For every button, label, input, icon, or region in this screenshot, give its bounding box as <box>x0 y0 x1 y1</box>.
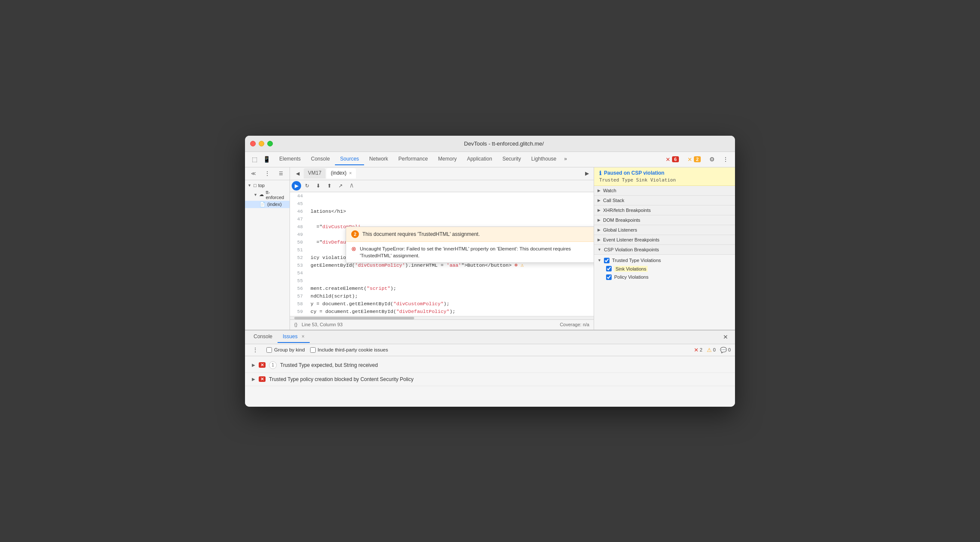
issue-item-0[interactable]: ▶ ✕ 1 Trusted Type expected, but String … <box>245 358 735 373</box>
play-frame-icon[interactable]: ▶ <box>582 168 592 179</box>
line-num-52: 52 <box>290 254 307 262</box>
code-line-54 <box>307 269 594 277</box>
step-btn[interactable]: ↗ <box>335 181 346 191</box>
warning-icon: ✕ <box>687 156 692 163</box>
collapse-panel-icon[interactable]: ≪ <box>248 167 260 179</box>
third-party-label[interactable]: Include third-party cookie issues <box>310 347 388 353</box>
editor-toolbar: ▶ ↻ ⬇ ⬆ ↗ /\ <box>290 180 594 192</box>
paused-title: ℹ Paused on CSP violation <box>599 170 730 176</box>
section-global[interactable]: ▶ Global Listeners <box>594 225 735 235</box>
sink-checkbox[interactable] <box>606 266 612 271</box>
tab-console[interactable]: Console <box>306 153 335 165</box>
traffic-lights <box>250 141 273 146</box>
tab-performance[interactable]: Performance <box>393 153 433 165</box>
code-row-44: 44 <box>290 192 594 200</box>
close-tab-icon[interactable]: × <box>349 170 352 176</box>
warnings-button[interactable]: ✕ 2 <box>684 155 704 164</box>
code-row-54: 54 <box>290 269 594 277</box>
device-icon[interactable]: 📱 <box>260 153 272 165</box>
section-callstack[interactable]: ▶ Call Stack <box>594 196 735 205</box>
section-global-label: Global Listeners <box>603 227 637 232</box>
close-issues-tab-icon[interactable]: × <box>302 334 305 339</box>
expand-icon-1: ▶ <box>252 377 255 381</box>
back-panel-icon[interactable]: ◀ <box>292 167 304 179</box>
editor-footer: {} Line 53, Column 93 Coverage: n/a <box>290 319 594 330</box>
code-editor-panel: ◀ VM17 (index) × ▶ ▶ ↻ ⬇ ⬆ ↗ /\ <box>290 167 594 330</box>
tab-network[interactable]: Network <box>364 153 393 165</box>
file-tree-panel: ≪ ⋮ ☰ ▼ □ top ▼ ☁ tt-enforced 📄 (index) <box>245 167 290 330</box>
line-num-48: 48 <box>290 223 307 231</box>
format-button[interactable]: {} <box>294 322 297 327</box>
more-options-icon[interactable]: ⋮ <box>720 153 732 165</box>
horizontal-scrollbar[interactable] <box>290 316 594 319</box>
code-content[interactable]: 44 45 46 lations</h1> 47 <box>290 192 594 316</box>
bottom-tab-console[interactable]: Console <box>248 331 278 343</box>
step-out-btn[interactable]: ⬆ <box>324 181 335 191</box>
close-bottom-panel-icon[interactable]: ✕ <box>720 331 732 343</box>
errors-icon: ✕ <box>694 347 699 353</box>
tree-item-top[interactable]: ▼ □ top <box>245 182 290 189</box>
policy-checkbox[interactable] <box>606 274 612 280</box>
line-num-59: 59 <box>290 308 307 316</box>
cloud-icon: ☁ <box>259 192 264 197</box>
settings-icon[interactable]: ⚙ <box>706 153 718 165</box>
warnings-icon: ⚠ <box>707 347 712 353</box>
code-line-47 <box>307 215 594 223</box>
tab-elements[interactable]: Elements <box>274 153 306 165</box>
maximize-button[interactable] <box>267 141 273 146</box>
section-csp[interactable]: ▼ CSP Violation Breakpoints <box>594 245 735 255</box>
scrollbar-thumb[interactable] <box>294 317 414 319</box>
tooltip-num: 2 <box>351 230 359 238</box>
close-button[interactable] <box>250 141 256 146</box>
section-watch-label: Watch <box>603 188 616 193</box>
section-dom[interactable]: ▶ DOM Breakpoints <box>594 215 735 225</box>
editor-tab-index[interactable]: (index) × <box>326 168 356 179</box>
panel-settings-icon[interactable]: ⋮ <box>261 167 273 179</box>
global-arrow-icon: ▶ <box>598 228 601 232</box>
tree-item-site[interactable]: ▼ ☁ tt-enforced <box>245 189 290 201</box>
code-row-45: 45 <box>290 200 594 208</box>
callstack-arrow-icon: ▶ <box>598 198 601 203</box>
line-num-47: 47 <box>290 215 307 223</box>
issue-item-1[interactable]: ▶ ✕ Trusted Type policy creation blocked… <box>245 373 735 386</box>
paused-subtitle: Trusted Type Sink Violation <box>599 177 730 183</box>
minimize-button[interactable] <box>259 141 264 146</box>
paused-title-text: Paused on CSP violation <box>604 170 664 176</box>
inspect-icon[interactable]: ⬚ <box>248 153 260 165</box>
group-by-kind-checkbox[interactable] <box>266 347 272 353</box>
bottom-more-icon[interactable]: ⋮ <box>249 344 261 356</box>
third-party-checkbox[interactable] <box>310 347 316 353</box>
bottom-tab-issues[interactable]: Issues × <box>278 331 310 343</box>
editor-tab-vm17[interactable]: VM17 <box>304 168 326 179</box>
filesystem-icon[interactable]: ☰ <box>275 167 287 179</box>
tab-security[interactable]: Security <box>497 153 526 165</box>
folder-icon: □ <box>254 183 257 188</box>
errors-button[interactable]: ✕ 6 <box>662 155 682 164</box>
tt-checkbox[interactable] <box>604 258 610 263</box>
step-over-btn[interactable]: ↻ <box>302 181 312 191</box>
tab-memory[interactable]: Memory <box>433 153 462 165</box>
tab-sources[interactable]: Sources <box>335 153 364 165</box>
group-by-kind-label[interactable]: Group by kind <box>266 347 305 353</box>
more-tabs-button[interactable]: » <box>562 155 570 164</box>
section-dom-label: DOM Breakpoints <box>603 217 640 223</box>
step-into-btn[interactable]: ⬇ <box>313 181 323 191</box>
tab-application[interactable]: Application <box>462 153 497 165</box>
bp-item-tt: ▼ Trusted Type Violations <box>598 256 732 265</box>
info-count-badge: 💬 0 <box>720 347 731 353</box>
section-xhr[interactable]: ▶ XHR/fetch Breakpoints <box>594 205 735 215</box>
tree-item-index[interactable]: 📄 (index) <box>245 201 290 208</box>
resume-btn[interactable]: ▶ <box>292 181 301 191</box>
code-line-57: ndChild(script); <box>307 292 594 300</box>
errors-count-text: 2 <box>700 347 702 352</box>
editor-tabs-bar: ◀ VM17 (index) × ▶ <box>290 167 594 180</box>
section-event[interactable]: ▶ Event Listener Breakpoints <box>594 235 735 245</box>
tab-lighthouse[interactable]: Lighthouse <box>526 153 562 165</box>
section-watch[interactable]: ▶ Watch <box>594 186 735 196</box>
section-callstack-label: Call Stack <box>603 198 624 203</box>
csp-arrow-icon: ▼ <box>598 247 601 252</box>
paused-banner: ℹ Paused on CSP violation Trusted Type S… <box>594 167 735 186</box>
code-line-55 <box>307 277 594 285</box>
deactivate-btn[interactable]: /\ <box>347 181 357 191</box>
line-num-46: 46 <box>290 208 307 215</box>
